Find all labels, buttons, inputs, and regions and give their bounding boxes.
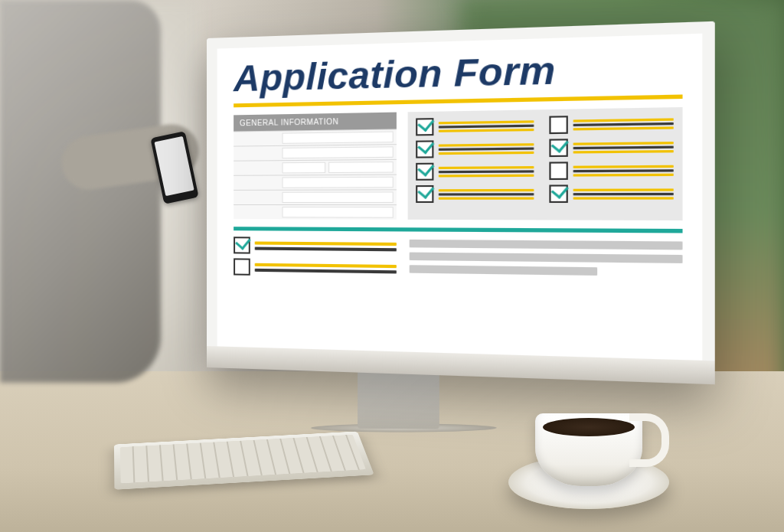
text-input[interactable] [283,146,394,158]
form-row [234,144,397,161]
bottom-section [217,237,703,294]
checklist-item [234,237,397,255]
coffee-cup [535,413,642,486]
checklist-item [549,114,674,134]
form-row [234,129,397,145]
checklist-item [416,185,534,203]
checklist-item [549,138,674,158]
form-row [234,159,397,175]
checkbox-icon[interactable] [549,184,568,203]
main-panel: GENERAL INFORMATION [217,107,703,221]
checklist-item [416,116,534,135]
text-input[interactable] [283,177,394,188]
checklist-column-right [549,114,674,214]
checklist-item [416,162,534,181]
checklist-item [549,161,674,180]
page-title: Application Form [217,34,703,101]
text-input[interactable] [283,191,394,203]
checkbox-icon[interactable] [416,118,433,135]
checklist-item [416,139,534,158]
checklist-section [408,107,683,220]
checkbox-icon[interactable] [416,140,433,158]
placeholder-bar [410,240,683,250]
form-row [234,189,397,204]
checkbox-icon[interactable] [549,162,568,180]
checkbox-icon[interactable] [549,139,568,157]
monitor-screen: Application Form GENERAL INFORMATION [217,34,703,361]
form-row [234,175,397,190]
checklist-item [234,258,397,277]
general-info-header: GENERAL INFORMATION [234,113,397,132]
section-divider [234,227,682,233]
monitor-bezel: Application Form GENERAL INFORMATION [207,21,715,384]
placeholder-bar [410,253,683,263]
person-silhouette [0,0,161,383]
text-input[interactable] [283,207,394,218]
checkbox-icon[interactable] [234,258,250,275]
form-row [234,204,397,220]
general-info-section: GENERAL INFORMATION [234,113,397,220]
checkbox-icon[interactable] [416,185,433,203]
checkbox-icon[interactable] [549,116,568,134]
checkbox-icon[interactable] [416,163,433,181]
monitor: Application Form GENERAL INFORMATION [207,21,715,384]
photo-scene: Application Form GENERAL INFORMATION [0,0,784,532]
text-input[interactable] [283,162,325,174]
cup-handle [629,413,669,467]
text-input[interactable] [328,162,394,173]
checklist-column-left [416,116,534,214]
bottom-placeholder-bars [410,238,683,282]
placeholder-bar [410,265,598,276]
checklist-item [549,184,674,203]
bottom-checklist [234,237,397,277]
text-input[interactable] [283,132,394,144]
checkbox-icon[interactable] [234,237,250,253]
